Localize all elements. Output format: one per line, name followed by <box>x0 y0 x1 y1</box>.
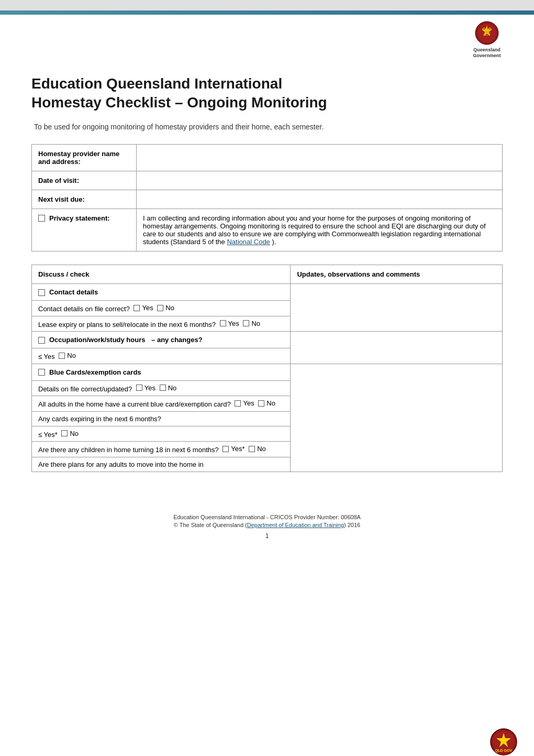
no-box-1[interactable] <box>157 305 163 311</box>
contact-header-row: Contact details <box>32 284 503 301</box>
svg-text:QLD GOV: QLD GOV <box>495 749 513 753</box>
yes-box-1[interactable] <box>134 305 140 311</box>
bluecard-item-2: All adults in the home have a current bl… <box>32 396 291 412</box>
no-box-4[interactable] <box>160 385 166 391</box>
no-box-3[interactable] <box>59 353 65 359</box>
date-value[interactable] <box>137 171 503 190</box>
bc-no-check: No <box>160 384 177 392</box>
footer-line2: © The State of Queensland (Department of… <box>174 522 360 528</box>
national-code-link[interactable]: National Code <box>227 238 270 246</box>
no-box-7[interactable] <box>249 446 255 452</box>
page-number: 1 <box>265 532 269 540</box>
bluecard-item-3: Any cards expiring in the next 6 months? <box>32 411 291 426</box>
next-visit-label: Next visit due: <box>32 190 137 209</box>
provider-value[interactable] <box>137 145 503 171</box>
content-area: Education Queensland International Homes… <box>0 59 534 506</box>
bluecard-section-header: Blue Cards/exemption cards <box>38 368 284 376</box>
info-table: Homestay provider nameand address: Date … <box>31 144 503 251</box>
info-row-provider: Homestay provider nameand address: <box>32 145 503 171</box>
next-visit-value[interactable] <box>137 190 503 209</box>
bluecard-item-5: Are there any children in home turning 1… <box>32 442 291 457</box>
checklist-table: Discuss / check Updates, observations an… <box>31 265 503 472</box>
yes-box-4[interactable] <box>136 385 142 391</box>
bluecard-checkbox[interactable] <box>38 369 45 376</box>
contact-item-1: Contact details on file correct? Yes No <box>32 301 291 316</box>
no-box-2[interactable] <box>243 320 249 326</box>
yes-box-7[interactable] <box>222 446 229 452</box>
col-comments-header: Updates, observations and comments <box>291 265 503 284</box>
adults-yes-check: Yes <box>235 399 254 407</box>
dept-link[interactable]: Department of Education and Training <box>247 522 344 528</box>
contact-comments[interactable] <box>291 284 503 332</box>
bluecard-item-1: Details on file correct/updated? Yes No <box>32 380 291 396</box>
occupation-section-header: Occupation/work/study hours – any change… <box>38 336 284 344</box>
footer-logo-area: QLD GOV <box>490 728 518 756</box>
occupation-item-1: ≤ Yes No <box>32 348 291 364</box>
yes-box-5[interactable] <box>235 400 241 407</box>
page-title: Education Queensland International Homes… <box>31 74 503 113</box>
coat-of-arms-icon: QLD GOV <box>474 20 500 46</box>
bluecard-header-cell: Blue Cards/exemption cards <box>32 364 291 380</box>
info-row-privacy: Privacy statement: I am collecting and r… <box>32 209 503 251</box>
occupation-no-check: No <box>59 352 76 359</box>
subtitle-text: To be used for ongoing monitoring of hom… <box>31 123 503 131</box>
contact-checkbox[interactable] <box>38 289 45 296</box>
privacy-checkbox[interactable] <box>38 215 45 222</box>
contact-yes-check: Yes <box>134 304 153 312</box>
bluecard-header-row: Blue Cards/exemption cards <box>32 364 503 380</box>
children-no-check: No <box>249 445 266 453</box>
info-row-next: Next visit due: <box>32 190 503 209</box>
lease-no-check: No <box>243 320 260 327</box>
logo-area: QLD GOV Queensland Government <box>0 15 534 59</box>
qld-logo: QLD GOV Queensland Government <box>455 20 518 59</box>
footer-coat-of-arms-icon: QLD GOV <box>490 728 518 756</box>
bc-yes-check: Yes <box>136 384 155 392</box>
bluecard-item-4: ≤ Yes* No <box>32 426 291 442</box>
bluecard-comments[interactable] <box>291 364 503 472</box>
yes-box-2[interactable] <box>220 320 226 326</box>
info-row-date: Date of visit: <box>32 171 503 190</box>
page: QLD GOV Queensland Government Education … <box>0 10 534 756</box>
no-box-5[interactable] <box>258 400 264 407</box>
logo-text: Queensland Government <box>473 47 500 59</box>
contact-item-2: Lease expiry or plans to sell/relocate i… <box>32 316 291 332</box>
children-yes-check: Yes* <box>222 445 244 453</box>
date-label: Date of visit: <box>32 171 137 190</box>
checklist-header-row: Discuss / check Updates, observations an… <box>32 265 503 284</box>
adults-no-check: No <box>258 399 275 407</box>
no-box-6[interactable] <box>61 430 68 436</box>
privacy-text: I am collecting and recording informatio… <box>137 209 503 251</box>
privacy-label-cell: Privacy statement: <box>32 209 137 251</box>
footer: Education Queensland International - CRI… <box>0 506 534 547</box>
header-bar <box>0 10 534 15</box>
occupation-checkbox[interactable] <box>38 337 45 344</box>
lease-yes-check: Yes <box>220 320 239 327</box>
occupation-header-cell: Occupation/work/study hours – any change… <box>32 332 291 348</box>
expire-no-check: No <box>61 430 79 437</box>
contact-header-cell: Contact details <box>32 284 291 301</box>
occupation-comments[interactable] <box>291 332 503 364</box>
contact-no-check: No <box>157 304 174 312</box>
provider-label: Homestay provider nameand address: <box>32 145 137 171</box>
footer-line1: Education Queensland International - CRI… <box>173 514 361 520</box>
col-check-header: Discuss / check <box>32 265 291 284</box>
contact-section-header: Contact details <box>38 288 284 296</box>
occupation-header-row: Occupation/work/study hours – any change… <box>32 332 503 348</box>
bluecard-item-6: Are there plans for any adults to move i… <box>32 457 291 472</box>
